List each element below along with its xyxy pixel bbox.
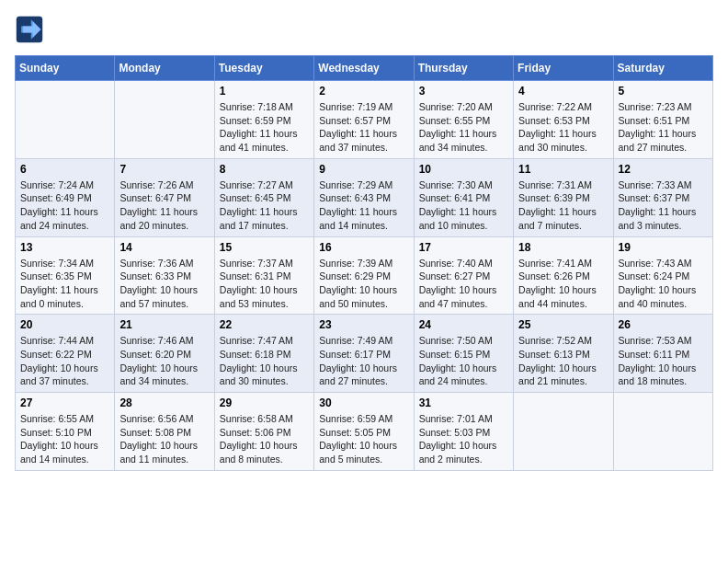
day-info: Sunrise: 7:31 AM Sunset: 6:39 PM Dayligh… <box>518 178 608 233</box>
day-info: Sunrise: 7:27 AM Sunset: 6:45 PM Dayligh… <box>220 178 309 233</box>
header-cell-wednesday: Wednesday <box>314 56 414 81</box>
day-info: Sunrise: 6:59 AM Sunset: 5:05 PM Dayligh… <box>319 412 408 466</box>
day-info: Sunrise: 7:33 AM Sunset: 6:37 PM Dayligh… <box>619 178 708 233</box>
day-cell: 15Sunrise: 7:37 AM Sunset: 6:31 PM Dayli… <box>214 236 313 315</box>
day-number: 2 <box>319 85 408 98</box>
day-cell: 9Sunrise: 7:29 AM Sunset: 6:43 PM Daylig… <box>314 158 414 236</box>
day-number: 28 <box>119 396 209 409</box>
day-number: 23 <box>319 318 408 331</box>
day-info: Sunrise: 7:26 AM Sunset: 6:47 PM Dayligh… <box>119 178 209 233</box>
week-row-4: 20Sunrise: 7:44 AM Sunset: 6:22 PM Dayli… <box>16 315 713 393</box>
day-info: Sunrise: 7:34 AM Sunset: 6:35 PM Dayligh… <box>20 257 109 311</box>
header-cell-sunday: Sunday <box>16 56 115 81</box>
header-cell-monday: Monday <box>115 56 214 81</box>
day-info: Sunrise: 6:56 AM Sunset: 5:08 PM Dayligh… <box>119 412 209 466</box>
header-row: SundayMondayTuesdayWednesdayThursdayFrid… <box>16 56 713 81</box>
day-number: 10 <box>419 163 508 176</box>
day-cell: 8Sunrise: 7:27 AM Sunset: 6:45 PM Daylig… <box>214 158 313 236</box>
day-info: Sunrise: 7:30 AM Sunset: 6:41 PM Dayligh… <box>419 178 508 233</box>
day-cell: 23Sunrise: 7:49 AM Sunset: 6:17 PM Dayli… <box>314 315 414 393</box>
day-info: Sunrise: 7:44 AM Sunset: 6:22 PM Dayligh… <box>20 334 109 388</box>
day-cell: 2Sunrise: 7:19 AM Sunset: 6:57 PM Daylig… <box>314 81 414 159</box>
day-number: 31 <box>419 396 508 409</box>
day-cell <box>16 81 115 159</box>
day-info: Sunrise: 7:24 AM Sunset: 6:49 PM Dayligh… <box>20 178 109 233</box>
week-row-5: 27Sunrise: 6:55 AM Sunset: 5:10 PM Dayli… <box>16 393 713 471</box>
day-number: 17 <box>419 241 508 254</box>
day-info: Sunrise: 7:53 AM Sunset: 6:11 PM Dayligh… <box>619 334 708 388</box>
day-cell: 7Sunrise: 7:26 AM Sunset: 6:47 PM Daylig… <box>115 158 214 236</box>
day-info: Sunrise: 7:43 AM Sunset: 6:24 PM Dayligh… <box>619 257 708 311</box>
day-number: 1 <box>220 85 309 98</box>
day-cell: 20Sunrise: 7:44 AM Sunset: 6:22 PM Dayli… <box>16 315 115 393</box>
day-cell: 12Sunrise: 7:33 AM Sunset: 6:37 PM Dayli… <box>613 158 712 236</box>
day-info: Sunrise: 7:29 AM Sunset: 6:43 PM Dayligh… <box>319 178 408 233</box>
header-cell-thursday: Thursday <box>414 56 513 81</box>
day-number: 6 <box>20 163 109 176</box>
week-row-2: 6Sunrise: 7:24 AM Sunset: 6:49 PM Daylig… <box>16 158 713 236</box>
day-info: Sunrise: 7:50 AM Sunset: 6:15 PM Dayligh… <box>419 334 508 388</box>
calendar-body: 1Sunrise: 7:18 AM Sunset: 6:59 PM Daylig… <box>16 81 713 471</box>
day-cell: 31Sunrise: 7:01 AM Sunset: 5:03 PM Dayli… <box>414 393 513 471</box>
day-number: 9 <box>319 163 408 176</box>
page-header <box>15 15 713 44</box>
calendar-header: SundayMondayTuesdayWednesdayThursdayFrid… <box>16 56 713 81</box>
day-number: 7 <box>119 163 209 176</box>
day-cell: 28Sunrise: 6:56 AM Sunset: 5:08 PM Dayli… <box>115 393 214 471</box>
day-number: 16 <box>319 241 408 254</box>
day-number: 4 <box>518 85 608 98</box>
calendar-table: SundayMondayTuesdayWednesdayThursdayFrid… <box>15 55 713 471</box>
day-info: Sunrise: 7:37 AM Sunset: 6:31 PM Dayligh… <box>220 257 309 311</box>
day-cell: 26Sunrise: 7:53 AM Sunset: 6:11 PM Dayli… <box>613 315 712 393</box>
day-number: 20 <box>20 318 109 331</box>
day-info: Sunrise: 7:49 AM Sunset: 6:17 PM Dayligh… <box>319 334 408 388</box>
day-cell: 11Sunrise: 7:31 AM Sunset: 6:39 PM Dayli… <box>514 158 613 236</box>
logo-icon <box>15 15 44 44</box>
day-number: 22 <box>220 318 309 331</box>
day-number: 5 <box>619 85 708 98</box>
day-info: Sunrise: 7:01 AM Sunset: 5:03 PM Dayligh… <box>419 412 508 466</box>
day-info: Sunrise: 7:22 AM Sunset: 6:53 PM Dayligh… <box>518 100 608 155</box>
day-info: Sunrise: 7:52 AM Sunset: 6:13 PM Dayligh… <box>518 334 608 388</box>
day-info: Sunrise: 7:47 AM Sunset: 6:18 PM Dayligh… <box>220 334 309 388</box>
day-number: 14 <box>119 241 209 254</box>
day-cell: 14Sunrise: 7:36 AM Sunset: 6:33 PM Dayli… <box>115 236 214 315</box>
day-info: Sunrise: 6:55 AM Sunset: 5:10 PM Dayligh… <box>20 412 109 466</box>
header-cell-saturday: Saturday <box>613 56 712 81</box>
day-cell: 22Sunrise: 7:47 AM Sunset: 6:18 PM Dayli… <box>214 315 313 393</box>
day-cell: 27Sunrise: 6:55 AM Sunset: 5:10 PM Dayli… <box>16 393 115 471</box>
day-info: Sunrise: 7:20 AM Sunset: 6:55 PM Dayligh… <box>419 100 508 155</box>
day-cell <box>115 81 214 159</box>
day-cell: 4Sunrise: 7:22 AM Sunset: 6:53 PM Daylig… <box>514 81 613 159</box>
day-number: 12 <box>619 163 708 176</box>
day-number: 18 <box>518 241 608 254</box>
header-cell-tuesday: Tuesday <box>214 56 313 81</box>
day-number: 15 <box>220 241 309 254</box>
day-cell: 1Sunrise: 7:18 AM Sunset: 6:59 PM Daylig… <box>214 81 313 159</box>
day-info: Sunrise: 7:46 AM Sunset: 6:20 PM Dayligh… <box>119 334 209 388</box>
day-info: Sunrise: 7:39 AM Sunset: 6:29 PM Dayligh… <box>319 257 408 311</box>
day-info: Sunrise: 7:36 AM Sunset: 6:33 PM Dayligh… <box>119 257 209 311</box>
week-row-3: 13Sunrise: 7:34 AM Sunset: 6:35 PM Dayli… <box>16 236 713 315</box>
day-cell: 17Sunrise: 7:40 AM Sunset: 6:27 PM Dayli… <box>414 236 513 315</box>
day-number: 24 <box>419 318 508 331</box>
day-cell: 3Sunrise: 7:20 AM Sunset: 6:55 PM Daylig… <box>414 81 513 159</box>
day-cell: 10Sunrise: 7:30 AM Sunset: 6:41 PM Dayli… <box>414 158 513 236</box>
day-number: 3 <box>419 85 508 98</box>
day-number: 27 <box>20 396 109 409</box>
day-cell: 29Sunrise: 6:58 AM Sunset: 5:06 PM Dayli… <box>214 393 313 471</box>
day-cell <box>514 393 613 471</box>
day-number: 29 <box>220 396 309 409</box>
day-cell: 24Sunrise: 7:50 AM Sunset: 6:15 PM Dayli… <box>414 315 513 393</box>
day-info: Sunrise: 7:18 AM Sunset: 6:59 PM Dayligh… <box>220 100 309 155</box>
day-info: Sunrise: 7:19 AM Sunset: 6:57 PM Dayligh… <box>319 100 408 155</box>
day-number: 21 <box>119 318 209 331</box>
day-cell: 16Sunrise: 7:39 AM Sunset: 6:29 PM Dayli… <box>314 236 414 315</box>
day-cell <box>613 393 712 471</box>
day-number: 8 <box>220 163 309 176</box>
day-info: Sunrise: 6:58 AM Sunset: 5:06 PM Dayligh… <box>220 412 309 466</box>
day-cell: 21Sunrise: 7:46 AM Sunset: 6:20 PM Dayli… <box>115 315 214 393</box>
header-cell-friday: Friday <box>514 56 613 81</box>
day-info: Sunrise: 7:40 AM Sunset: 6:27 PM Dayligh… <box>419 257 508 311</box>
day-cell: 13Sunrise: 7:34 AM Sunset: 6:35 PM Dayli… <box>16 236 115 315</box>
